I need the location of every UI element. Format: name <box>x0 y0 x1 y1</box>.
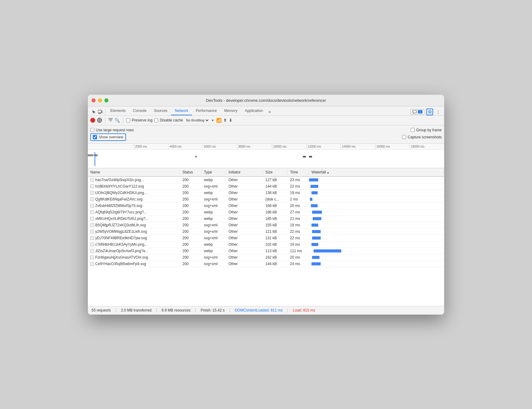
td-name: tJOhr2jBQWy2CdKHDlUI.png... <box>88 190 180 196</box>
filter-icon[interactable] <box>108 118 113 123</box>
tab-network[interactable]: Network <box>171 107 192 115</box>
upload-icon[interactable]: ⬆ <box>223 118 227 123</box>
tab-elements[interactable]: Elements <box>107 107 129 115</box>
download-icon[interactable]: ⬇ <box>229 118 233 123</box>
table-row[interactable]: AQfq69qS2Ig6lT9Y7vcc.png?...200webpOther… <box>88 209 444 216</box>
th-status[interactable]: Status <box>180 169 201 175</box>
timeline-marker-blue <box>95 152 95 166</box>
device-icon[interactable] <box>97 109 104 115</box>
td-time: 22 ms <box>288 183 309 189</box>
settings-cog-icon[interactable]: ⚙ <box>426 109 433 115</box>
table-row[interactable]: tJOhr2jBQWy2CdKHDlUI.png...200webpOther1… <box>88 190 444 196</box>
tab-console[interactable]: Console <box>129 107 150 115</box>
clear-button[interactable] <box>97 118 102 123</box>
td-type: webp <box>201 209 226 215</box>
table-row[interactable]: y2W5yVOMWqgL8ZE1Lklh.svg200svg+xmlOther1… <box>88 228 444 235</box>
table-row[interactable]: Ce9YHacO35q8t5wbmFp9.svg200svg+xmlOther1… <box>88 261 444 267</box>
file-icon <box>90 249 94 253</box>
table-row[interactable]: JiZisZ4UmarOjo5cAwf3.png?a...200webpOthe… <box>88 248 444 254</box>
table-row[interactable]: FzH6gwuHgXuGnasATVOH.svg200svg+xmlOther1… <box>88 254 444 261</box>
status-divider-5 <box>288 308 288 312</box>
td-initiator: Other <box>226 254 263 260</box>
feedback-button[interactable]: 1 <box>410 109 424 115</box>
file-icon <box>90 210 94 214</box>
th-name[interactable]: Name <box>88 169 180 175</box>
group-by-frame-label[interactable]: Group by frame <box>411 128 442 132</box>
th-initiator[interactable]: Initiator <box>226 169 263 175</box>
table-row[interactable]: yDJ70NF49BREe9kHD7pw.svg200svg+xmlOther1… <box>88 235 444 241</box>
throttle-arrow: ▼ <box>211 119 214 122</box>
td-size: 155 kB <box>263 222 288 228</box>
file-icon <box>90 223 94 227</box>
file-icon <box>90 262 94 266</box>
tab-memory[interactable]: Memory <box>221 107 241 115</box>
large-rows-label[interactable]: Use large request rows <box>90 128 134 132</box>
th-size[interactable]: Size <box>263 169 288 175</box>
th-waterfall[interactable]: Waterfall <box>309 169 444 175</box>
more-options-icon[interactable]: ⋮ <box>435 109 442 115</box>
capture-screenshots-label[interactable]: Capture screenshots <box>402 135 442 139</box>
timeline-content[interactable] <box>88 150 444 168</box>
large-rows-checkbox[interactable] <box>90 128 94 132</box>
search-icon[interactable]: 🔍 <box>115 118 120 123</box>
capture-screenshots-checkbox[interactable] <box>402 135 406 139</box>
table-row[interactable]: hao7na/GxWlp5oq/ASn.png...200webpOther12… <box>88 177 444 183</box>
disable-cache-checkbox[interactable] <box>154 118 158 122</box>
table-row[interactable]: c7kf94kHB11kK5AyYyMn.png...200webpOther1… <box>88 241 444 248</box>
table-row[interactable]: Zv6sbHi6fZfZMWufSp75.svg200svg+xmlOther1… <box>88 203 444 209</box>
th-time[interactable]: Time <box>288 169 309 175</box>
show-overview-checkbox[interactable] <box>93 135 97 139</box>
preserve-log-checkbox[interactable] <box>126 118 130 122</box>
status-bar: 55 requests 2.0 MB transferred 6.9 MB re… <box>88 306 444 315</box>
throttle-select[interactable]: No throttling <box>185 118 209 122</box>
td-status: 200 <box>180 209 201 215</box>
close-button[interactable] <box>92 98 96 102</box>
status-divider-2 <box>156 308 157 312</box>
table-row[interactable]: hz8BXb9YlYLhCGarY12J.svg200svg+xmlOther1… <box>88 183 444 190</box>
file-icon <box>90 191 94 195</box>
td-initiator: Other <box>226 241 263 248</box>
td-time: 22 ms <box>288 228 309 235</box>
td-name: B5QMjpRJZ72xKQ3uWLlh.svg <box>88 222 180 228</box>
td-initiator: Other <box>226 183 263 189</box>
wifi-icon[interactable]: 📶 <box>216 118 221 123</box>
tab-application[interactable]: Application <box>241 107 267 115</box>
td-type: webp <box>201 241 226 248</box>
td-waterfall <box>309 222 444 228</box>
requests-count: 55 requests <box>92 308 111 312</box>
preserve-log-label[interactable]: Preserve log <box>126 118 152 122</box>
table-row[interactable]: QgftKdlKE6NqaFwlZAVc.svg200svg+xmlOther(… <box>88 196 444 203</box>
table-row[interactable]: xMKUHQxXLiRDiiUTol5J.png?...200webpOther… <box>88 216 444 222</box>
td-time: 2 ms <box>288 196 309 202</box>
group-by-frame-checkbox[interactable] <box>411 128 415 132</box>
timeline-bar-1 <box>88 154 93 156</box>
tab-performance[interactable]: Performance <box>192 107 221 115</box>
timeline-bar-3 <box>195 156 197 157</box>
more-tabs-button[interactable]: » <box>267 108 273 115</box>
show-overview-label[interactable]: Show overview <box>93 135 123 139</box>
td-status: 200 <box>180 203 201 209</box>
td-status: 200 <box>180 190 201 196</box>
toolbar-divider <box>105 109 105 115</box>
maximize-button[interactable] <box>104 98 108 102</box>
td-waterfall <box>309 235 444 241</box>
table-row[interactable]: B5QMjpRJZ72xKQ3uWLlh.svg200svg+xmlOther1… <box>88 222 444 228</box>
th-type[interactable]: Type <box>201 169 226 175</box>
cursor-icon[interactable] <box>90 109 97 115</box>
td-type: svg+xml <box>201 254 226 260</box>
td-initiator: Other <box>226 177 263 183</box>
minimize-button[interactable] <box>98 98 102 102</box>
td-waterfall <box>309 183 444 189</box>
td-size: 185 kB <box>263 216 288 222</box>
tab-sources[interactable]: Sources <box>150 107 171 115</box>
td-time: 19 ms <box>288 241 309 248</box>
file-icon <box>90 243 94 246</box>
disable-cache-label[interactable]: Disable cache <box>154 118 183 122</box>
table-header: Name Status Type Initiator Size Time Wat… <box>88 168 444 177</box>
tick-4: 8000 ms <box>237 144 272 149</box>
td-time: 20 ms <box>288 254 309 260</box>
td-waterfall <box>309 196 444 202</box>
record-button[interactable] <box>90 118 95 123</box>
td-type: svg+xml <box>201 228 226 235</box>
file-icon <box>90 204 94 208</box>
